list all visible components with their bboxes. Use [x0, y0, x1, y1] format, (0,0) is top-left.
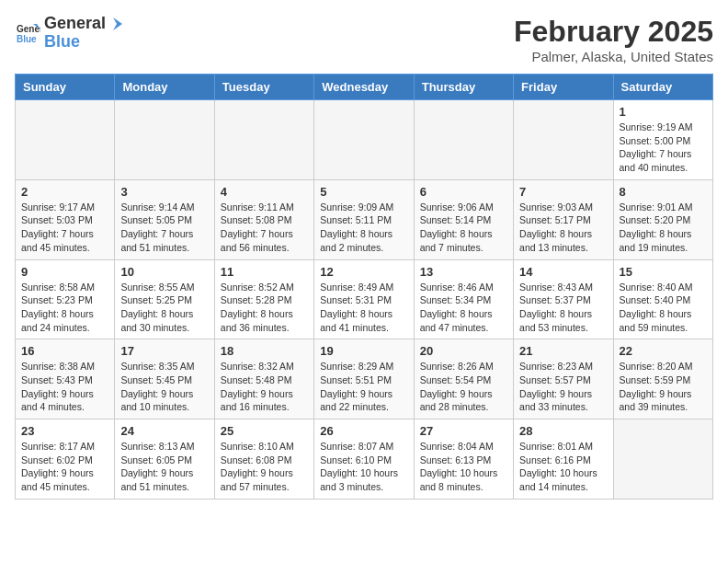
calendar-cell: 18Sunrise: 8:32 AM Sunset: 5:48 PM Dayli… — [214, 339, 313, 419]
calendar-cell — [115, 100, 214, 180]
day-info: Sunrise: 8:10 AM Sunset: 6:08 PM Dayligh… — [221, 440, 308, 494]
day-number: 25 — [221, 424, 308, 438]
calendar-cell — [613, 419, 712, 500]
calendar-cell: 27Sunrise: 8:04 AM Sunset: 6:13 PM Dayli… — [414, 419, 513, 500]
calendar-week-row: 16Sunrise: 8:38 AM Sunset: 5:43 PM Dayli… — [16, 339, 713, 419]
day-number: 26 — [320, 424, 407, 438]
calendar-cell — [314, 100, 414, 180]
day-info: Sunrise: 8:29 AM Sunset: 5:51 PM Dayligh… — [320, 360, 407, 414]
svg-text:Blue: Blue — [17, 34, 37, 44]
day-info: Sunrise: 8:43 AM Sunset: 5:37 PM Dayligh… — [519, 281, 607, 335]
day-info: Sunrise: 9:03 AM Sunset: 5:17 PM Dayligh… — [519, 201, 607, 255]
title-area: February 2025 Palmer, Alaska, United Sta… — [514, 15, 713, 64]
calendar-cell: 21Sunrise: 8:23 AM Sunset: 5:57 PM Dayli… — [514, 339, 613, 419]
calendar-cell: 12Sunrise: 8:49 AM Sunset: 5:31 PM Dayli… — [314, 259, 414, 339]
logo-blue: Blue — [44, 32, 80, 51]
month-title: February 2025 — [514, 15, 713, 49]
calendar-cell: 19Sunrise: 8:29 AM Sunset: 5:51 PM Dayli… — [314, 339, 414, 419]
calendar-cell: 23Sunrise: 8:17 AM Sunset: 6:02 PM Dayli… — [16, 419, 115, 500]
day-info: Sunrise: 8:32 AM Sunset: 5:48 PM Dayligh… — [221, 360, 308, 414]
day-number: 12 — [320, 265, 407, 279]
day-info: Sunrise: 8:17 AM Sunset: 6:02 PM Dayligh… — [21, 440, 108, 494]
day-number: 15 — [620, 265, 707, 279]
day-info: Sunrise: 9:06 AM Sunset: 5:14 PM Dayligh… — [420, 201, 507, 255]
weekday-header: Saturday — [613, 75, 712, 100]
calendar-cell: 25Sunrise: 8:10 AM Sunset: 6:08 PM Dayli… — [214, 419, 313, 500]
weekday-header: Thursday — [414, 75, 513, 100]
calendar-cell: 16Sunrise: 8:38 AM Sunset: 5:43 PM Dayli… — [16, 339, 115, 419]
weekday-header: Monday — [115, 75, 214, 100]
calendar-week-row: 23Sunrise: 8:17 AM Sunset: 6:02 PM Dayli… — [16, 419, 713, 500]
calendar-header-row: SundayMondayTuesdayWednesdayThursdayFrid… — [16, 75, 713, 100]
calendar-cell — [16, 100, 115, 180]
day-number: 5 — [320, 185, 407, 199]
day-info: Sunrise: 8:40 AM Sunset: 5:40 PM Dayligh… — [620, 281, 707, 335]
weekday-header: Sunday — [16, 75, 115, 100]
weekday-header: Wednesday — [314, 75, 414, 100]
day-number: 21 — [519, 344, 607, 358]
calendar-cell: 2Sunrise: 9:17 AM Sunset: 5:03 PM Daylig… — [16, 179, 115, 259]
day-number: 22 — [620, 344, 707, 358]
day-info: Sunrise: 9:09 AM Sunset: 5:11 PM Dayligh… — [320, 201, 407, 255]
header: General Blue General Blue February 2025 … — [15, 15, 713, 64]
day-number: 19 — [320, 344, 407, 358]
day-number: 20 — [420, 344, 507, 358]
calendar: SundayMondayTuesdayWednesdayThursdayFrid… — [15, 74, 713, 500]
day-info: Sunrise: 9:01 AM Sunset: 5:20 PM Dayligh… — [620, 201, 707, 255]
calendar-cell: 11Sunrise: 8:52 AM Sunset: 5:28 PM Dayli… — [214, 259, 313, 339]
day-info: Sunrise: 8:01 AM Sunset: 6:16 PM Dayligh… — [519, 440, 607, 494]
day-number: 10 — [120, 265, 208, 279]
day-info: Sunrise: 8:35 AM Sunset: 5:45 PM Dayligh… — [120, 360, 208, 414]
day-number: 23 — [21, 424, 108, 438]
calendar-cell: 6Sunrise: 9:06 AM Sunset: 5:14 PM Daylig… — [414, 179, 513, 259]
logo-general: General — [44, 15, 106, 33]
day-info: Sunrise: 8:23 AM Sunset: 5:57 PM Dayligh… — [519, 360, 607, 414]
calendar-cell: 26Sunrise: 8:07 AM Sunset: 6:10 PM Dayli… — [314, 419, 414, 500]
day-info: Sunrise: 8:55 AM Sunset: 5:25 PM Dayligh… — [120, 281, 208, 335]
calendar-cell: 14Sunrise: 8:43 AM Sunset: 5:37 PM Dayli… — [514, 259, 613, 339]
calendar-cell: 13Sunrise: 8:46 AM Sunset: 5:34 PM Dayli… — [414, 259, 513, 339]
calendar-cell: 4Sunrise: 9:11 AM Sunset: 5:08 PM Daylig… — [214, 179, 313, 259]
calendar-cell — [514, 100, 613, 180]
day-info: Sunrise: 8:20 AM Sunset: 5:59 PM Dayligh… — [620, 360, 707, 414]
day-number: 6 — [420, 185, 507, 199]
day-info: Sunrise: 8:13 AM Sunset: 6:05 PM Dayligh… — [120, 440, 208, 494]
day-info: Sunrise: 9:14 AM Sunset: 5:05 PM Dayligh… — [120, 201, 208, 255]
day-number: 7 — [519, 185, 607, 199]
day-info: Sunrise: 8:26 AM Sunset: 5:54 PM Dayligh… — [420, 360, 507, 414]
weekday-header: Tuesday — [214, 75, 313, 100]
day-number: 17 — [120, 344, 208, 358]
calendar-cell: 22Sunrise: 8:20 AM Sunset: 5:59 PM Dayli… — [613, 339, 712, 419]
calendar-cell: 28Sunrise: 8:01 AM Sunset: 6:16 PM Dayli… — [514, 419, 613, 500]
calendar-cell: 1Sunrise: 9:19 AM Sunset: 5:00 PM Daylig… — [613, 100, 712, 180]
day-number: 28 — [519, 424, 607, 438]
day-number: 1 — [620, 105, 707, 119]
day-number: 8 — [620, 185, 707, 199]
day-info: Sunrise: 8:46 AM Sunset: 5:34 PM Dayligh… — [420, 281, 507, 335]
day-info: Sunrise: 9:19 AM Sunset: 5:00 PM Dayligh… — [620, 121, 707, 175]
calendar-cell — [414, 100, 513, 180]
day-number: 18 — [221, 344, 308, 358]
day-info: Sunrise: 8:07 AM Sunset: 6:10 PM Dayligh… — [320, 440, 407, 494]
logo-icon: General Blue — [15, 20, 40, 46]
calendar-cell: 10Sunrise: 8:55 AM Sunset: 5:25 PM Dayli… — [115, 259, 214, 339]
logo: General Blue General Blue — [15, 15, 124, 52]
calendar-week-row: 1Sunrise: 9:19 AM Sunset: 5:00 PM Daylig… — [16, 100, 713, 180]
weekday-header: Friday — [514, 75, 613, 100]
calendar-cell: 24Sunrise: 8:13 AM Sunset: 6:05 PM Dayli… — [115, 419, 214, 500]
calendar-cell: 3Sunrise: 9:14 AM Sunset: 5:05 PM Daylig… — [115, 179, 214, 259]
calendar-cell: 8Sunrise: 9:01 AM Sunset: 5:20 PM Daylig… — [613, 179, 712, 259]
calendar-cell: 7Sunrise: 9:03 AM Sunset: 5:17 PM Daylig… — [514, 179, 613, 259]
day-number: 16 — [21, 344, 108, 358]
calendar-week-row: 2Sunrise: 9:17 AM Sunset: 5:03 PM Daylig… — [16, 179, 713, 259]
day-info: Sunrise: 8:04 AM Sunset: 6:13 PM Dayligh… — [420, 440, 507, 494]
day-number: 27 — [420, 424, 507, 438]
svg-marker-3 — [113, 17, 122, 30]
day-info: Sunrise: 8:49 AM Sunset: 5:31 PM Dayligh… — [320, 281, 407, 335]
day-number: 11 — [221, 265, 308, 279]
day-number: 4 — [221, 185, 308, 199]
day-number: 13 — [420, 265, 507, 279]
day-number: 9 — [21, 265, 108, 279]
calendar-cell: 17Sunrise: 8:35 AM Sunset: 5:45 PM Dayli… — [115, 339, 214, 419]
day-number: 2 — [21, 185, 108, 199]
